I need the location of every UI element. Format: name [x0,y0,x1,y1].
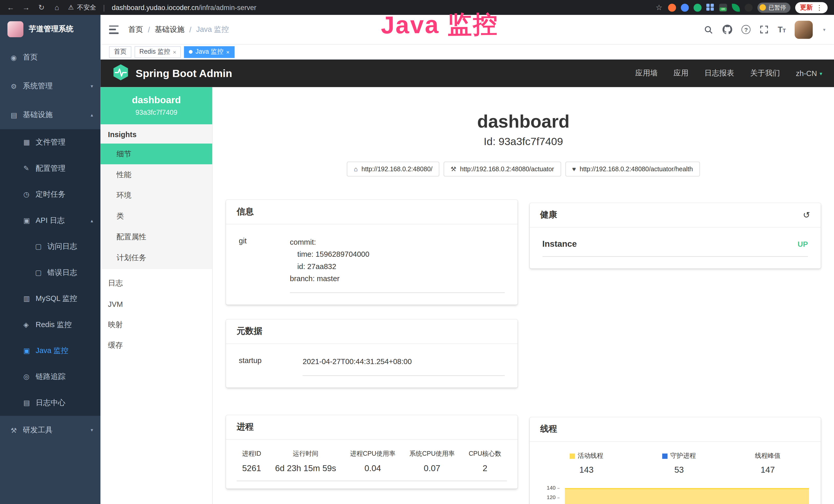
address-bar[interactable]: dashboard.yudao.iocoder.cn/infra/admin-s… [112,3,256,11]
close-icon[interactable] [226,48,229,55]
app-logo[interactable]: 芋道管理系统 [0,15,101,43]
sba-nav-journal[interactable]: 日志报表 [704,69,734,78]
cards-right-column: 健康 Instance UP [529,200,821,504]
log-icon [23,216,36,224]
document-icon [35,269,47,276]
sba-menu-details[interactable]: 细节 [101,143,212,164]
metadata-card: 元数据 startup 2021-04-27T00:44:31.254+08:0… [226,320,517,388]
url-host: dashboard.yudao.iocoder.cn [112,3,199,11]
divider: | [103,3,105,11]
extension-leaf-icon[interactable] [732,3,740,11]
sidebar-item-java-monitor[interactable]: Java 监控 [0,338,101,364]
history-icon[interactable] [803,210,810,220]
heart-icon [572,166,576,173]
sidebar-item-system[interactable]: 系统管理 [0,72,101,101]
process-metric-cores: CPU核心数 2 [469,450,501,474]
service-url-link[interactable]: http://192.168.0.2:48080/ [347,162,439,177]
legend-peak-threads: 线程峰值 147 [755,452,780,475]
timer-icon [23,190,36,198]
app-sidebar: 芋道管理系统 首页 系统管理 基础设施 文件管理 [0,15,101,504]
extension-dark-icon[interactable] [745,3,752,11]
sidebar-item-infra[interactable]: 基础设施 [0,100,101,129]
sba-instance-header[interactable]: dashboard 93a3fc7f7409 [101,87,212,124]
chevron-up-icon [91,218,93,223]
sidebar-item-config-manage[interactable]: 配置管理 [0,155,101,181]
bookmark-star-icon[interactable] [655,3,663,12]
actuator-url-link[interactable]: http://192.168.0.2:48080/actuator [444,162,561,177]
sba-menu-scheduled-tasks[interactable]: 计划任务 [101,247,212,268]
sidebar-item-access-logs[interactable]: 访问日志 [0,233,101,259]
extension-green-icon[interactable] [694,3,701,11]
sba-menu-config-props[interactable]: 配置属性 [101,226,212,247]
browser-back-icon[interactable] [6,3,15,12]
sba-menu-performance[interactable]: 性能 [101,164,212,185]
extension-grid-icon[interactable] [706,3,714,11]
hamburger-icon[interactable] [109,25,120,33]
health-card: 健康 Instance UP [529,203,821,269]
paused-label: 已暂停 [768,3,786,11]
process-metric-pid: 进程ID 5261 [242,450,261,474]
sba-logo-icon[interactable] [112,64,129,83]
cards-grid: 信息 git commit: time: 1596289704000 id: 2… [213,200,834,504]
process-metric-cpu: 进程CPU使用率 0.04 [350,450,396,474]
home-icon [354,166,358,173]
sidebar-item-file-manage[interactable]: 文件管理 [0,129,101,155]
legend-daemon-threads: 守护进程 53 [662,452,696,475]
sba-menu-mappings[interactable]: 映射 [101,314,212,335]
github-icon[interactable] [723,24,732,35]
paused-extension-badge[interactable]: 已暂停 [758,2,790,12]
browser-menu-icon[interactable] [816,3,823,11]
metadata-row-startup: startup 2021-04-27T00:44:31.254+08:00 [239,356,504,376]
close-icon[interactable] [173,48,176,55]
sba-nav-wallboard[interactable]: 应用墙 [635,69,658,78]
sidebar-item-api-logs[interactable]: API 日志 [0,207,101,233]
extension-switch-icon[interactable]: on [719,3,727,11]
sidebar-item-home[interactable]: 首页 [0,43,101,72]
process-metric-syscpu: 系统CPU使用率 0.07 [410,450,455,474]
health-url-link[interactable]: http://192.168.0.2:48080/actuator/health [565,162,700,177]
sba-menu-environment[interactable]: 环境 [101,185,212,206]
site-security-chip[interactable]: 不安全 [68,3,96,12]
sba-menu-jvm[interactable]: JVM [101,294,212,314]
user-avatar[interactable] [795,21,813,39]
sidebar-item-log-center[interactable]: 日志中心 [0,390,101,416]
tab-redis-monitor[interactable]: Redis 监控 [135,46,181,58]
threads-chart: 140 120 100 [540,483,810,504]
sidebar-item-tracing[interactable]: 链路追踪 [0,364,101,389]
help-icon[interactable] [742,25,750,34]
screenshot-stage: 不安全 | dashboard.yudao.iocoder.cn/infra/a… [0,0,834,504]
tools-icon [10,426,23,434]
font-size-icon[interactable]: TT [778,25,786,34]
fullscreen-icon[interactable] [760,25,768,34]
sba-menu-caches[interactable]: 缓存 [101,335,212,356]
app-root: 芋道管理系统 首页 系统管理 基础设施 文件管理 [0,15,834,504]
active-dot [189,50,193,54]
extension-drop-icon[interactable] [681,3,689,11]
breadcrumb-infra[interactable]: 基础设施 [155,25,184,34]
sba-nav-about[interactable]: 关于我们 [750,69,780,78]
chrome-update-button[interactable]: 更新 [795,2,828,13]
y-axis-tick: 140 [540,485,559,491]
breadcrumb-home[interactable]: 首页 [128,25,143,34]
sba-language-select[interactable]: zh-CN [796,69,822,77]
sidebar-item-mysql-monitor[interactable]: MySQL 监控 [0,285,101,312]
browser-forward-icon[interactable] [22,3,30,12]
browser-home-icon[interactable] [53,3,61,12]
sba-menu-logs[interactable]: 日志 [101,273,212,294]
avatar-caret-icon[interactable] [823,27,825,32]
tab-home[interactable]: 首页 [109,46,132,58]
sba-nav-applications[interactable]: 应用 [674,69,688,78]
search-icon[interactable] [704,25,713,34]
tab-java-monitor[interactable]: Java 监控 [184,46,234,58]
sba-brand-title[interactable]: Spring Boot Admin [136,67,232,79]
sba-menu-classes[interactable]: 类 [101,206,212,226]
instance-title: dashboard [213,112,834,132]
sidebar-item-redis-monitor[interactable]: Redis 监控 [0,312,101,337]
url-path: /infra/admin-server [199,3,256,11]
smiley-icon [760,4,766,11]
sidebar-item-error-logs[interactable]: 错误日志 [0,259,101,285]
sidebar-item-scheduled-jobs[interactable]: 定时任务 [0,181,101,207]
sidebar-item-dev-tools[interactable]: 研发工具 [0,416,101,444]
browser-reload-icon[interactable] [37,3,46,12]
extension-orange-icon[interactable] [668,3,676,11]
